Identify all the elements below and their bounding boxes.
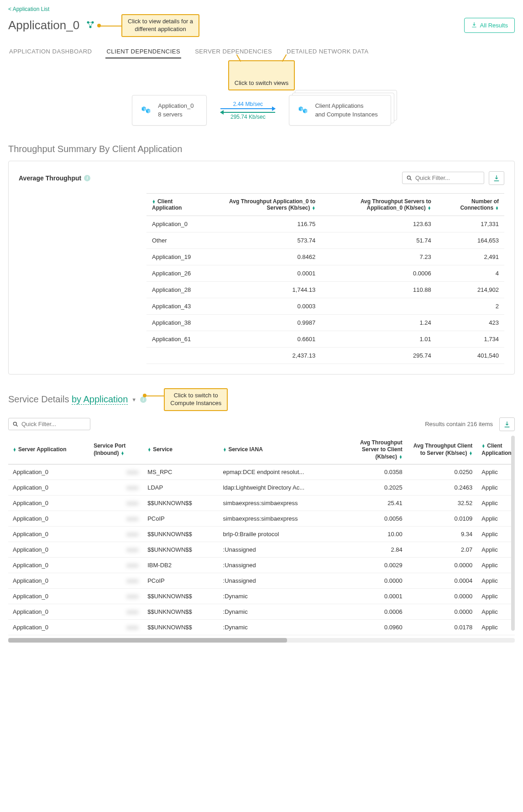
diagram-clients-title: Client Applications	[315, 102, 377, 110]
throughput-card: Average Throughput i ▲▼Client Applicatio…	[8, 161, 515, 374]
arrow-right-icon	[220, 108, 275, 109]
col-service[interactable]: ▲▼Service	[143, 436, 218, 464]
table-row[interactable]: Application_0xxxx$$UNKNOWN$$:Dynamic0.00…	[8, 589, 515, 604]
table-row[interactable]: Application_0xxxxPCoIPsimbaexpress:simba…	[8, 511, 515, 527]
info-icon[interactable]: i	[140, 396, 146, 403]
col-to-app[interactable]: Avg Throughput Servers to Application_0 …	[321, 193, 437, 216]
table-row[interactable]: Application_0xxxxIBM-DB2:Unassigned0.002…	[8, 558, 515, 573]
col-iana[interactable]: ▲▼Service IANA	[219, 436, 337, 464]
total-to: 2,437.13	[205, 347, 321, 364]
cubes-icon	[140, 103, 152, 117]
col-port[interactable]: Service Port (Inbound)▲▼	[89, 436, 143, 464]
sort-icon: ▲▼	[428, 206, 431, 210]
throughput-section-title: Throughput Summary By Client Application	[8, 144, 515, 154]
col-connections[interactable]: Number of Connections▲▼	[437, 193, 504, 216]
table-row[interactable]: Application_190.84627.232,491	[146, 248, 504, 265]
table-row[interactable]: Application_430.00032	[146, 298, 504, 314]
sort-icon: ▲▼	[469, 452, 472, 455]
sort-icon: ▲▼	[120, 452, 124, 455]
dependency-diagram: Application_0 8 servers 2.44 Mb/sec 295.…	[8, 95, 515, 125]
quick-filter-throughput[interactable]	[402, 172, 484, 184]
tab-application-dashboard[interactable]: APPLICATION DASHBOARD	[8, 45, 93, 58]
sort-icon: ▲▼	[495, 206, 499, 210]
all-results-button[interactable]: All Results	[464, 18, 515, 33]
sort-icon: ▲▼	[152, 200, 156, 204]
table-row[interactable]: Application_281,744.13110.88214,902	[146, 281, 504, 298]
sort-icon: ▲▼	[147, 448, 151, 452]
arrow-left-icon	[220, 112, 275, 113]
download-button[interactable]	[489, 171, 504, 185]
cubes-icon	[297, 103, 309, 117]
diagram-clients-box[interactable]: Client Applications and Compute Instance…	[289, 95, 391, 125]
avg-throughput-label: Average Throughput	[19, 174, 81, 182]
download-button[interactable]	[499, 417, 515, 431]
quick-filter-input[interactable]	[415, 174, 479, 181]
diagram-app-sub: 8 servers	[158, 111, 182, 118]
total-from: 295.74	[321, 347, 437, 364]
by-application-dropdown[interactable]: by Application	[72, 394, 128, 405]
diagram-app-box[interactable]: Application_0 8 servers	[132, 95, 207, 125]
table-row[interactable]: Application_0116.75123.6317,331	[146, 216, 504, 232]
table-row[interactable]: Application_0xxxxPCoIP:Unassigned0.00000…	[8, 573, 515, 589]
results-count: Results contain 216 items	[425, 421, 493, 427]
total-conn: 401,540	[437, 347, 504, 364]
info-icon[interactable]: i	[84, 175, 90, 181]
service-details-title: Service Details by Application	[8, 394, 128, 405]
quick-filter-input[interactable]	[21, 421, 85, 427]
table-row[interactable]: Application_610.66011.011,734	[146, 331, 504, 347]
outbound-rate: 2.44 Mb/sec	[233, 101, 263, 107]
download-icon	[471, 21, 477, 29]
tab-server-dependencies[interactable]: SERVER DEPENDENCIES	[194, 45, 273, 58]
col-client-app[interactable]: ▲▼Client Application	[146, 193, 205, 216]
sort-icon: ▲▼	[223, 448, 227, 452]
col-s2c[interactable]: Avg Throughput Server to Client (Kb/sec)…	[337, 436, 407, 464]
table-row[interactable]: Application_0xxxx$$UNKNOWN$$:Unassigned2…	[8, 542, 515, 558]
service-details-table: ▲▼Server Application Service Port (Inbou…	[8, 436, 515, 636]
diagram-clients-sub: and Compute Instances	[315, 111, 377, 118]
inbound-rate: 295.74 Kb/sec	[230, 114, 266, 120]
sort-icon: ▲▼	[399, 455, 403, 459]
view-tabs: APPLICATION DASHBOARDCLIENT DEPENDENCIES…	[8, 45, 515, 58]
callout-switch-compute: Click to switch to Compute Instances	[164, 388, 228, 411]
table-row[interactable]: Application_260.00010.00064	[146, 265, 504, 281]
col-server-app[interactable]: ▲▼Server Application	[8, 436, 89, 464]
page-title: Application_0	[8, 18, 79, 32]
table-row[interactable]: Application_0xxxxMS_RPCepmap:DCE endpoin…	[8, 464, 515, 480]
table-row[interactable]: Application_0xxxxLDAPldap:Lightweight Di…	[8, 480, 515, 496]
table-row[interactable]: Application_0xxxx$$UNKNOWN$$:Dynamic0.09…	[8, 620, 515, 635]
tab-detailed-network-data[interactable]: DETAILED NETWORK DATA	[286, 45, 370, 58]
chevron-down-icon[interactable]: ▼	[131, 397, 136, 402]
horizontal-scrollbar[interactable]	[8, 638, 515, 643]
callout-switch-views: Click to switch views	[228, 60, 295, 91]
table-row[interactable]: Application_0xxxx$$UNKNOWN$$:Dynamic0.00…	[8, 604, 515, 620]
diagram-app-title: Application_0	[158, 102, 194, 110]
svg-point-4	[13, 422, 16, 425]
throughput-table: ▲▼Client Application Avg Throughput Appl…	[146, 193, 504, 364]
sort-icon: ▲▼	[312, 206, 315, 210]
tab-client-dependencies[interactable]: CLIENT DEPENDENCIES	[105, 45, 181, 58]
back-link[interactable]: < Application List	[8, 6, 49, 12]
svg-point-3	[407, 176, 410, 179]
table-row[interactable]: Other573.7451.74164,653	[146, 232, 504, 248]
col-client-app[interactable]: ▲▼Client Application	[477, 436, 515, 464]
search-icon	[12, 421, 19, 429]
col-to-servers[interactable]: Avg Throughput Application_0 to Servers …	[205, 193, 321, 216]
table-row[interactable]: Application_380.99871.24423	[146, 314, 504, 331]
sort-icon: ▲▼	[481, 444, 485, 448]
table-row[interactable]: Application_0xxxx$$UNKNOWN$$simbaexpress…	[8, 496, 515, 511]
search-icon	[406, 175, 413, 183]
all-results-label: All Results	[480, 22, 508, 29]
table-row[interactable]: Application_0xxxx$$UNKNOWN$$brlp-0:Brail…	[8, 527, 515, 542]
network-icon	[86, 20, 95, 31]
sort-icon: ▲▼	[13, 448, 16, 452]
callout-switch-app: Click to view details for a different ap…	[121, 14, 199, 37]
quick-filter-service[interactable]	[8, 418, 90, 430]
col-c2s[interactable]: Avg Throughput Client to Server (Kb/sec)…	[407, 436, 477, 464]
